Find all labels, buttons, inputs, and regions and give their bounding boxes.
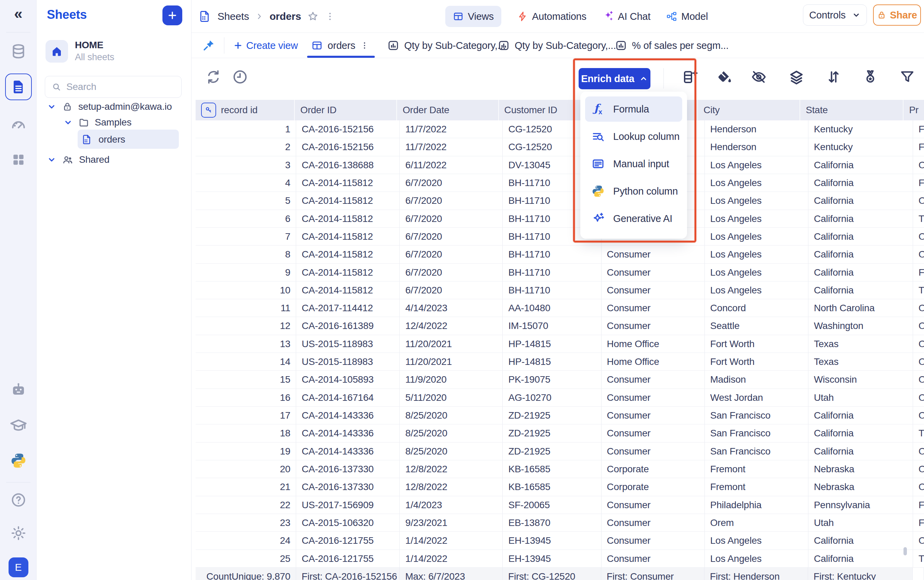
table-cell[interactable]: HP-14815 (503, 335, 601, 353)
table-cell[interactable]: OF (913, 389, 924, 406)
table-cell[interactable]: ZD-21925 (503, 407, 601, 424)
table-cell[interactable]: Fort Worth (705, 353, 809, 371)
table-cell[interactable]: California (809, 264, 913, 281)
table-cell[interactable]: FU (913, 514, 924, 531)
table-cell[interactable]: 12/8/2022 (400, 460, 503, 478)
table-cell[interactable]: Los Angeles (705, 210, 809, 227)
table-cell[interactable]: IM-15070 (503, 317, 601, 334)
table-cell[interactable]: 1/14/2022 (400, 550, 503, 567)
controls-button[interactable]: Controls (803, 5, 867, 26)
table-cell[interactable]: Consumer (601, 282, 705, 299)
table-cell[interactable]: ZD-21925 (503, 443, 601, 460)
fill-color-icon[interactable] (716, 69, 733, 85)
table-cell[interactable]: CA-2016-138688 (296, 156, 400, 174)
table-cell[interactable]: 8/25/2020 (400, 424, 503, 442)
table-cell[interactable]: 18 (196, 424, 296, 442)
table-cell[interactable]: Consumer (601, 264, 705, 281)
tab-automations[interactable]: Automations (517, 11, 586, 22)
table-cell[interactable]: Madison (705, 371, 809, 388)
table-cell[interactable]: Texas (809, 335, 913, 353)
column-header-state[interactable]: State (800, 100, 904, 120)
user-avatar[interactable]: E (0, 557, 36, 577)
table-cell[interactable]: TE (913, 424, 924, 442)
table-cell[interactable]: 11 (196, 299, 296, 317)
table-cell[interactable]: OF (913, 371, 924, 388)
share-button[interactable]: Share (873, 5, 921, 26)
table-cell[interactable]: 6/11/2022 (400, 156, 503, 174)
tab-chart-1[interactable]: Qty by Sub-Category,... (387, 33, 506, 58)
table-cell[interactable]: KB-16585 (503, 478, 601, 496)
table-cell[interactable]: San Francisco (705, 443, 809, 460)
table-cell[interactable]: AA-10480 (503, 299, 601, 317)
table-cell[interactable]: 11/20/2021 (400, 353, 503, 371)
table-cell[interactable]: Henderson (705, 138, 809, 156)
table-cell[interactable]: FU (913, 120, 924, 138)
table-cell[interactable]: 5/11/2020 (400, 389, 503, 406)
table-cell[interactable]: California (809, 282, 913, 299)
table-cell[interactable]: 6 (196, 210, 296, 227)
table-cell[interactable]: OF (913, 228, 924, 245)
rail-item-sheets[interactable] (0, 74, 36, 100)
table-cell[interactable]: CA-2014-167164 (296, 389, 400, 406)
table-cell[interactable]: 1/4/2023 (400, 496, 503, 514)
table-cell[interactable]: North Carolina (809, 299, 913, 317)
table-cell[interactable]: Los Angeles (705, 532, 809, 549)
table-cell[interactable]: California (809, 210, 913, 227)
menu-item-generative-ai[interactable]: Generative AI (585, 206, 682, 231)
search-input[interactable]: Search (45, 76, 181, 98)
group-layers-icon[interactable] (788, 69, 805, 85)
sort-icon[interactable] (825, 69, 842, 85)
table-cell[interactable]: OF (913, 192, 924, 209)
table-cell[interactable]: 17 (196, 407, 296, 424)
table-cell[interactable]: US-2017-156909 (296, 496, 400, 514)
table-cell[interactable]: Los Angeles (705, 246, 809, 263)
rail-item-automations[interactable] (0, 381, 36, 398)
table-cell[interactable]: Los Angeles (705, 174, 809, 191)
table-cell[interactable]: Corporate (601, 460, 705, 478)
table-cell[interactable]: FU (913, 174, 924, 191)
table-cell[interactable]: California (809, 174, 913, 191)
rail-item-python[interactable] (0, 452, 36, 469)
sidebar-item-samples-folder[interactable]: Samples (63, 117, 132, 128)
table-cell[interactable]: CA-2014-115812 (296, 192, 400, 209)
table-cell[interactable]: Los Angeles (705, 228, 809, 245)
table-cell[interactable]: BH-11710 (503, 282, 601, 299)
table-cell[interactable]: Henderson (705, 120, 809, 138)
table-cell[interactable]: Utah (809, 389, 913, 406)
table-cell[interactable]: EH-13945 (503, 550, 601, 567)
column-header-record-id[interactable]: record id (196, 100, 295, 120)
rail-item-help[interactable] (0, 492, 36, 508)
table-cell[interactable]: Los Angeles (705, 550, 809, 567)
table-cell[interactable]: CA-2014-115812 (296, 264, 400, 281)
table-cell[interactable]: CA-2014-115812 (296, 228, 400, 245)
table-cell[interactable]: 10 (196, 282, 296, 299)
table-cell[interactable]: CA-2016-137330 (296, 478, 400, 496)
table-cell[interactable]: OF (913, 443, 924, 460)
table-cell[interactable]: CA-2014-143336 (296, 443, 400, 460)
table-cell[interactable]: Fremont (705, 460, 809, 478)
vertical-scrollbar-thumb[interactable] (904, 547, 907, 555)
table-cell[interactable]: CA-2016-161389 (296, 317, 400, 334)
tab-orders[interactable]: orders (311, 33, 369, 58)
table-cell[interactable]: OF (913, 317, 924, 334)
table-cell[interactable]: CA-2016-152156 (296, 120, 400, 138)
table-cell[interactable]: Consumer (601, 550, 705, 567)
chevron-down-icon[interactable] (47, 155, 56, 165)
table-cell[interactable]: 9/23/2021 (400, 514, 503, 531)
history-clock-icon[interactable] (232, 69, 248, 85)
table-cell[interactable]: FU (913, 138, 924, 156)
table-cell[interactable]: West Jordan (705, 389, 809, 406)
table-cell[interactable]: Los Angeles (705, 282, 809, 299)
menu-item-python-column[interactable]: Python column (585, 178, 682, 204)
table-cell[interactable]: SF-20065 (503, 496, 601, 514)
table-cell[interactable]: CA-2017-114412 (296, 299, 400, 317)
sidebar-item-home[interactable]: HOME All sheets (46, 40, 114, 63)
pin-icon[interactable] (202, 39, 216, 52)
column-header-order-id[interactable]: Order ID (295, 100, 397, 120)
table-cell[interactable]: Consumer (601, 496, 705, 514)
table-cell[interactable]: California (809, 407, 913, 424)
table-cell[interactable]: TE (913, 282, 924, 299)
table-cell[interactable]: Home Office (601, 335, 705, 353)
ranking-medal-icon[interactable] (862, 69, 878, 85)
table-cell[interactable]: Consumer (601, 532, 705, 549)
